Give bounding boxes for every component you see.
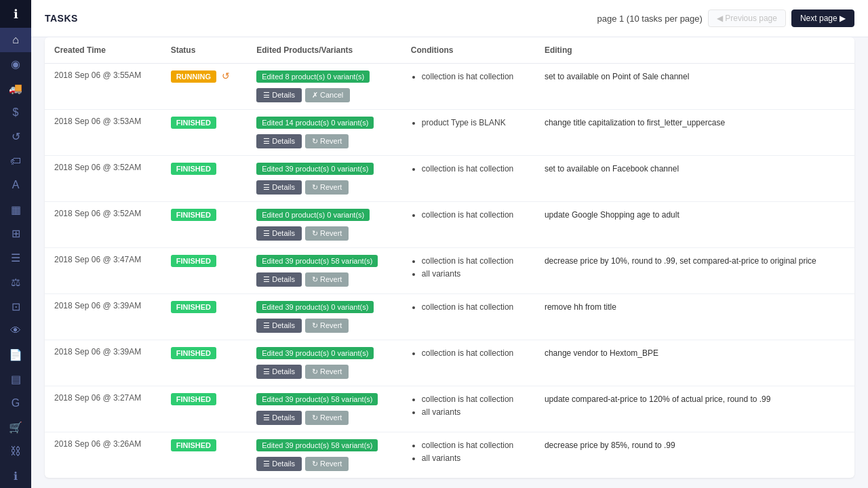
cell-created-time: 2018 Sep 06 @ 3:52AM — [45, 156, 161, 202]
status-badge: FINISHED — [171, 255, 216, 267]
cell-conditions: collection is hat collection — [401, 156, 535, 202]
cell-editing: update Google Shopping age to adult — [535, 202, 854, 248]
revert-button[interactable]: ↻ Revert — [305, 180, 349, 195]
sidebar-grid-icon[interactable]: ▦ — [0, 197, 31, 222]
cell-edited: Edited 39 product(s) 58 variant(s)☰ Deta… — [247, 432, 401, 479]
sidebar-g-icon[interactable]: G — [0, 391, 31, 415]
col-created-time: Created Time — [45, 37, 161, 64]
app-logo-icon[interactable]: ℹ — [0, 0, 31, 28]
cell-created-time: 2018 Sep 06 @ 3:55AM — [45, 64, 161, 110]
details-button[interactable]: ☰ Details — [256, 226, 302, 241]
details-button[interactable]: ☰ Details — [256, 180, 302, 195]
sidebar-tag-icon[interactable]: 🏷 — [0, 149, 31, 174]
cell-conditions: collection is hat collection — [401, 202, 535, 248]
table-header-row: Created Time Status Edited Products/Vari… — [45, 37, 854, 64]
cell-created-time: 2018 Sep 06 @ 3:47AM — [45, 248, 161, 294]
table-row: 2018 Sep 06 @ 3:26AMFINISHEDEdited 39 pr… — [45, 432, 854, 479]
condition-item: collection is hat collection — [422, 163, 526, 176]
condition-item: collection is hat collection — [422, 255, 526, 268]
status-badge: FINISHED — [171, 209, 216, 221]
condition-item: product Type is BLANK — [422, 117, 526, 129]
revert-button[interactable]: ↻ Revert — [305, 226, 349, 241]
edited-badge: Edited 8 product(s) 0 variant(s) — [256, 70, 370, 83]
revert-button[interactable]: ↻ Revert — [305, 457, 349, 471]
cell-edited: Edited 8 product(s) 0 variant(s)☰ Detail… — [247, 64, 401, 110]
sidebar-circle-icon[interactable]: ◉ — [0, 52, 31, 77]
condition-item: collection is hat collection — [422, 347, 526, 360]
revert-button[interactable]: ↻ Revert — [305, 319, 349, 333]
table-row: 2018 Sep 06 @ 3:27AMFINISHEDEdited 39 pr… — [45, 386, 854, 432]
sidebar-apps-icon[interactable]: ⊞ — [0, 222, 31, 246]
revert-button[interactable]: ↻ Revert — [305, 365, 349, 379]
cancel-button[interactable]: ✗ Cancel — [305, 88, 350, 102]
cell-conditions: collection is hat collection — [401, 294, 535, 340]
cell-edited: Edited 39 product(s) 0 variant(s)☰ Detai… — [247, 340, 401, 386]
refresh-icon: ↺ — [219, 70, 230, 81]
sidebar-sync-icon[interactable]: ↺ — [0, 125, 31, 149]
cell-editing: update compared-at-price to 120% of actu… — [535, 386, 854, 432]
cell-conditions: collection is hat collection — [401, 64, 535, 110]
cell-created-time: 2018 Sep 06 @ 3:52AM — [45, 202, 161, 248]
sidebar-scale-icon[interactable]: ⚖ — [0, 270, 31, 294]
sidebar-eye-icon[interactable]: 👁 — [0, 319, 31, 343]
next-page-button[interactable]: Next page ▶ — [791, 9, 854, 27]
sidebar-font-icon[interactable]: A — [0, 174, 31, 198]
details-button[interactable]: ☰ Details — [256, 411, 302, 425]
status-badge: RUNNING — [171, 70, 216, 83]
cell-created-time: 2018 Sep 06 @ 3:27AM — [45, 386, 161, 432]
sidebar-list-icon[interactable]: ☰ — [0, 246, 31, 270]
cell-edited: Edited 39 product(s) 0 variant(s)☰ Detai… — [247, 294, 401, 340]
sidebar-home-icon[interactable]: ⌂ — [0, 28, 31, 52]
cell-conditions: product Type is BLANK — [401, 110, 535, 156]
edited-badge: Edited 39 product(s) 0 variant(s) — [256, 163, 374, 175]
revert-button[interactable]: ↻ Revert — [305, 134, 349, 148]
cell-editing: decrease price by 10%, round to .99, set… — [535, 248, 854, 294]
edited-badge: Edited 39 product(s) 58 variant(s) — [256, 393, 378, 405]
sidebar-cart-icon[interactable]: 🛒 — [0, 415, 31, 440]
details-button[interactable]: ☰ Details — [256, 365, 302, 379]
cell-editing: decrease price by 85%, round to .99 — [535, 432, 854, 479]
cell-edited: Edited 39 product(s) 0 variant(s)☰ Detai… — [247, 156, 401, 202]
cell-editing: remove hh from title — [535, 294, 854, 340]
cell-created-time: 2018 Sep 06 @ 3:39AM — [45, 340, 161, 386]
prev-page-button[interactable]: ◀ Previous page — [708, 9, 786, 27]
status-badge: FINISHED — [171, 163, 216, 175]
sidebar-nav2-icon[interactable]: ⊡ — [0, 294, 31, 319]
condition-item: collection is hat collection — [422, 70, 526, 83]
cell-conditions: collection is hat collectionall variants — [401, 386, 535, 432]
condition-item: all variants — [422, 268, 526, 281]
status-badge: FINISHED — [171, 347, 216, 359]
cell-status: RUNNING ↺ — [161, 64, 248, 110]
table-row: 2018 Sep 06 @ 3:52AMFINISHEDEdited 39 pr… — [45, 156, 854, 202]
details-button[interactable]: ☰ Details — [256, 88, 302, 102]
status-badge: FINISHED — [171, 301, 216, 313]
button-group: ☰ Details✗ Cancel — [256, 88, 392, 102]
sidebar-dollar-icon[interactable]: $ — [0, 100, 31, 125]
cell-status: FINISHED — [161, 340, 248, 386]
sidebar-truck-icon[interactable]: 🚚 — [0, 77, 31, 101]
sidebar-doc-icon[interactable]: 📄 — [0, 343, 31, 367]
revert-button[interactable]: ↻ Revert — [305, 272, 349, 287]
sidebar-info2-icon[interactable]: ℹ — [0, 464, 31, 488]
edited-badge: Edited 39 product(s) 0 variant(s) — [256, 301, 374, 313]
cell-editing: set to available on Facebook channel — [535, 156, 854, 202]
button-group: ☰ Details↻ Revert — [256, 180, 392, 195]
revert-button[interactable]: ↻ Revert — [305, 411, 349, 425]
sidebar-barcode-icon[interactable]: ▤ — [0, 367, 31, 391]
cell-conditions: collection is hat collection — [401, 340, 535, 386]
button-group: ☰ Details↻ Revert — [256, 365, 392, 379]
cell-created-time: 2018 Sep 06 @ 3:39AM — [45, 294, 161, 340]
button-group: ☰ Details↻ Revert — [256, 226, 392, 241]
col-status: Status — [161, 37, 248, 64]
details-button[interactable]: ☰ Details — [256, 134, 302, 148]
tasks-table-container: Created Time Status Edited Products/Vari… — [31, 37, 868, 488]
details-button[interactable]: ☰ Details — [256, 272, 302, 287]
cell-created-time: 2018 Sep 06 @ 3:53AM — [45, 110, 161, 156]
condition-item: collection is hat collection — [422, 209, 526, 222]
edited-badge: Edited 14 product(s) 0 variant(s) — [256, 117, 374, 129]
main-content: TASKS page 1 (10 tasks per page) ◀ Previ… — [31, 0, 868, 488]
details-button[interactable]: ☰ Details — [256, 457, 302, 471]
details-button[interactable]: ☰ Details — [256, 319, 302, 333]
sidebar-link-icon[interactable]: ⛓ — [0, 440, 31, 464]
cell-editing: change vendor to Hextom_BPE — [535, 340, 854, 386]
